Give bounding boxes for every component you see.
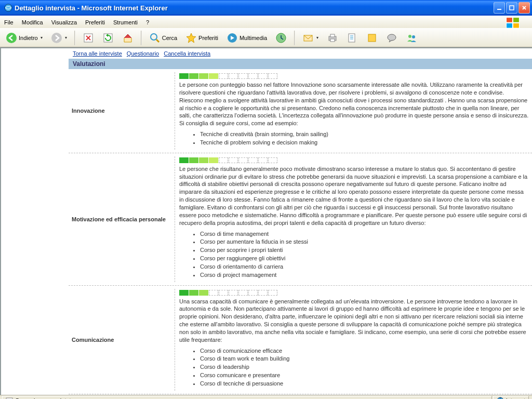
close-button[interactable] xyxy=(518,2,530,14)
menu-file[interactable]: File xyxy=(4,19,14,25)
svg-point-12 xyxy=(151,34,157,40)
edit-button[interactable] xyxy=(344,31,361,45)
link-torna[interactable]: Torna alle interviste xyxy=(73,50,122,57)
score-segment xyxy=(219,157,228,163)
minimize-button[interactable] xyxy=(494,2,505,14)
back-label: Indietro xyxy=(19,35,38,41)
list-item: Corso di project mamagement xyxy=(200,271,529,279)
menu-help[interactable]: ? xyxy=(146,19,149,25)
score-segment xyxy=(238,290,248,296)
chevron-down-icon: ▾ xyxy=(41,35,43,40)
print-icon xyxy=(327,32,338,44)
stop-button[interactable] xyxy=(80,31,97,45)
back-icon xyxy=(6,32,17,44)
score-segment xyxy=(179,290,189,296)
list-item: Corso di orientamento di carriera xyxy=(200,263,529,271)
list-item: Corso di team work e team building xyxy=(200,355,529,363)
menu-favorites[interactable]: Preferiti xyxy=(85,19,105,25)
stop-icon xyxy=(83,32,94,44)
messenger-button[interactable] xyxy=(403,31,420,45)
eval-body: Le persone con punteggio basso nel fatto… xyxy=(175,72,532,150)
svg-rect-5 xyxy=(513,18,519,22)
score-segment xyxy=(189,157,198,163)
eval-text: Le persone che risultano generalmente po… xyxy=(179,165,529,227)
favorites-button[interactable]: Preferiti xyxy=(183,31,221,45)
eval-row: InnovazioneLe persone con punteggio bass… xyxy=(69,69,532,153)
multimedia-button[interactable]: Multimedia xyxy=(224,31,270,45)
score-segment xyxy=(189,290,198,296)
eval-label: Motivazione ed efficacia personale xyxy=(69,156,175,282)
score-segment xyxy=(258,73,268,79)
list-item: Corso di comunicazione efficace xyxy=(200,347,529,355)
eval-row: Motivazione ed efficacia personaleLe per… xyxy=(69,153,532,286)
discuss-button[interactable] xyxy=(383,31,400,45)
svg-rect-4 xyxy=(507,18,512,22)
content-viewport[interactable]: Torna alle interviste Questionario Cance… xyxy=(0,47,532,395)
score-segment xyxy=(189,73,198,79)
mail-icon xyxy=(302,32,314,44)
app-icon xyxy=(4,4,12,12)
score-segment xyxy=(179,73,189,79)
media-icon xyxy=(227,32,238,44)
score-segment xyxy=(258,157,268,163)
svg-point-23 xyxy=(412,35,415,38)
separator xyxy=(294,31,295,45)
score-segment xyxy=(258,290,268,296)
refresh-button[interactable] xyxy=(100,31,116,45)
svg-rect-20 xyxy=(368,34,376,42)
print-button[interactable] xyxy=(324,31,341,45)
eval-bullets: Tecniche di creatività (brain storming, … xyxy=(200,130,529,147)
menu-edit[interactable]: Modifica xyxy=(22,19,43,25)
note-icon xyxy=(366,32,378,44)
score-bar xyxy=(179,157,529,163)
forward-icon xyxy=(51,32,62,44)
menu-tools[interactable]: Strumenti xyxy=(113,19,138,25)
list-item: Corso di time management xyxy=(200,230,529,238)
mail-button[interactable]: ▾ xyxy=(300,31,321,45)
score-segment xyxy=(229,290,238,296)
eval-row: ComunicazioneUna scarsa capacità di comu… xyxy=(69,286,532,394)
eval-bullets: Corso di time managementCorso per aument… xyxy=(200,230,529,279)
eval-body: Una scarsa capacità di comunicare è gene… xyxy=(175,289,532,391)
multimedia-label: Multimedia xyxy=(240,35,267,41)
home-button[interactable] xyxy=(119,31,136,45)
list-item: Corso comunicare e presentare xyxy=(200,371,529,379)
statusbar: Operazione completata Internet xyxy=(0,395,532,399)
note-button[interactable] xyxy=(364,31,380,45)
forward-button[interactable]: ▾ xyxy=(48,31,70,45)
menubar: File Modifica Visualizza Preferiti Strum… xyxy=(0,16,532,28)
score-segment xyxy=(268,290,277,296)
svg-rect-2 xyxy=(510,6,514,10)
toolbar: Indietro ▾ ▾ Cerca Preferiti Multimedia … xyxy=(0,28,532,47)
history-icon xyxy=(275,32,287,44)
status-message: Operazione completata xyxy=(2,396,492,400)
search-icon xyxy=(149,32,161,44)
chevron-down-icon: ▾ xyxy=(65,35,67,40)
score-bar xyxy=(179,290,529,296)
menu-view[interactable]: Visualizza xyxy=(51,19,77,25)
search-label: Cerca xyxy=(162,35,177,41)
eval-label: Innovazione xyxy=(69,72,175,150)
search-button[interactable]: Cerca xyxy=(147,31,180,45)
link-questionario[interactable]: Questionario xyxy=(127,50,159,57)
link-cancella[interactable]: Cancella intervista xyxy=(164,50,210,57)
history-button[interactable] xyxy=(273,31,289,45)
list-item: Tecniche di creatività (brain storming, … xyxy=(200,130,529,138)
eval-bullets: Corso di comunicazione efficaceCorso di … xyxy=(200,347,529,388)
score-segment xyxy=(268,157,277,163)
maximize-button[interactable] xyxy=(506,2,517,14)
back-button[interactable]: Indietro ▾ xyxy=(3,31,45,45)
svg-point-21 xyxy=(388,34,396,41)
score-segment xyxy=(238,157,248,163)
edit-icon xyxy=(347,32,358,44)
eval-text: Una scarsa capacità di comunicare è gene… xyxy=(179,298,529,344)
list-item: Corso per raggiungere gli obiettivi xyxy=(200,255,529,262)
score-segment xyxy=(248,290,258,296)
globe-icon xyxy=(497,397,504,400)
score-segment xyxy=(199,157,208,163)
top-links: Torna alle interviste Questionario Cance… xyxy=(1,48,532,59)
status-zone: Internet xyxy=(493,396,529,400)
star-icon xyxy=(185,32,197,44)
svg-rect-19 xyxy=(349,34,355,42)
window-titlebar: Dettaglio intervista - Microsoft Interne… xyxy=(0,0,532,16)
